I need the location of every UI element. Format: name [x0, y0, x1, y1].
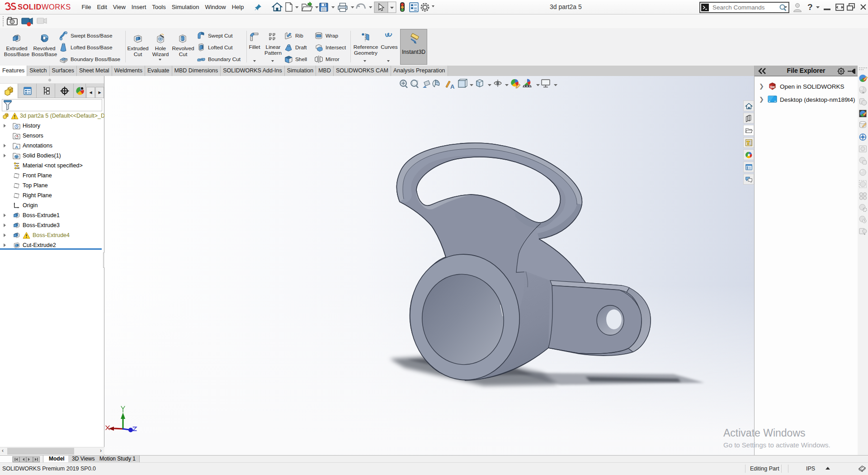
- svg-text:SW: SW: [770, 86, 775, 89]
- svg-text:A: A: [450, 83, 455, 90]
- svg-text:?: ?: [807, 2, 813, 12]
- svg-text:SOLIDWORKS: SOLIDWORKS: [18, 3, 71, 11]
- svg-text:A: A: [15, 144, 18, 149]
